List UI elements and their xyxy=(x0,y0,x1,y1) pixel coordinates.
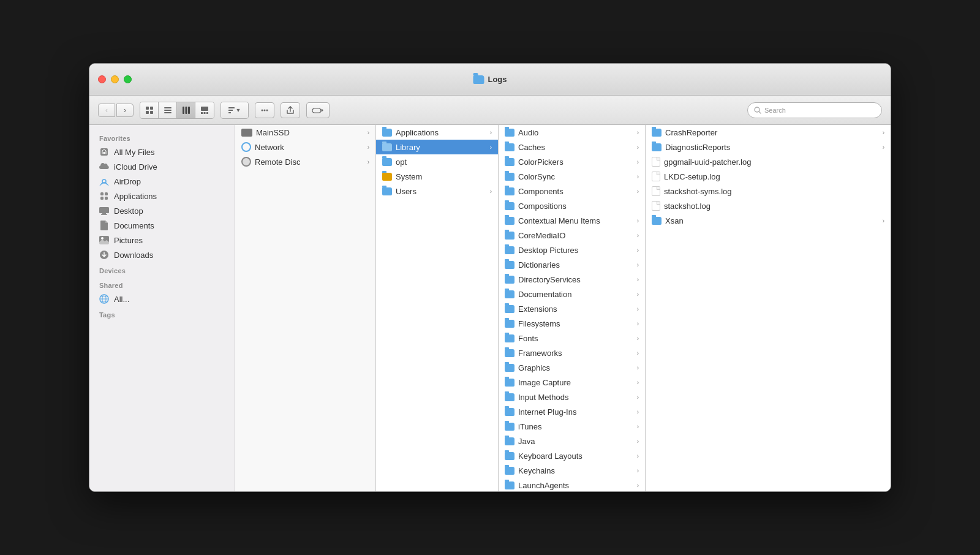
list-view-button[interactable] xyxy=(159,102,177,118)
col3-fonts[interactable]: Fonts › xyxy=(499,331,645,345)
col3-extensions[interactable]: Extensions › xyxy=(499,301,645,316)
col2-library[interactable]: Library › xyxy=(376,140,498,154)
applications-icon xyxy=(99,191,109,201)
col4-lkdc-setup-label: LKDC-setup.log xyxy=(664,172,720,181)
col3-fonts-label: Fonts xyxy=(518,334,538,343)
col4-stackshot-syms[interactable]: stackshot-syms.log xyxy=(646,184,891,198)
col4-diagnostic-reports[interactable]: DiagnosticReports › xyxy=(646,140,891,154)
back-button[interactable]: ‹ xyxy=(98,104,115,117)
folder-icon xyxy=(505,158,514,166)
col3-contextual-menu-items[interactable]: Contextual Menu Items › xyxy=(499,213,645,228)
sidebar-item-airdrop[interactable]: AirDrop xyxy=(89,174,235,189)
col3-frameworks-label: Frameworks xyxy=(518,349,562,358)
folder-icon xyxy=(505,334,514,342)
sidebar-item-icloud-drive[interactable]: iCloud Drive xyxy=(89,159,235,174)
forward-button[interactable]: › xyxy=(116,104,134,117)
downloads-icon xyxy=(99,250,109,260)
col3-audio[interactable]: Audio › xyxy=(499,125,645,140)
cover-flow-button[interactable] xyxy=(195,102,214,118)
col3-dictionaries[interactable]: Dictionaries › xyxy=(499,257,645,272)
sidebar-item-documents[interactable]: Documents xyxy=(89,218,235,233)
folder-icon xyxy=(505,349,514,357)
col3-frameworks[interactable]: Frameworks › xyxy=(499,345,645,360)
chevron-icon: › xyxy=(637,320,639,327)
svg-rect-4 xyxy=(164,107,172,108)
col3-colorsync[interactable]: ColorSync › xyxy=(499,169,645,184)
col1-remote-disc[interactable]: Remote Disc › xyxy=(235,154,375,169)
col3-input-methods-label: Input Methods xyxy=(518,393,568,402)
svg-rect-29 xyxy=(105,197,108,200)
col3-keychains[interactable]: Keychains › xyxy=(499,463,645,478)
chevron-icon: › xyxy=(637,364,639,371)
col3-coremediaio[interactable]: CoreMediaIO › xyxy=(499,228,645,243)
close-button[interactable] xyxy=(98,75,106,83)
col3-keyboard-layouts-label: Keyboard Layouts xyxy=(518,451,582,461)
col3-itunes[interactable]: iTunes › xyxy=(499,419,645,434)
col3-filesystems[interactable]: Filesystems › xyxy=(499,316,645,331)
arrange-dropdown-button[interactable]: ▼ xyxy=(221,102,248,118)
col1-network[interactable]: Network › xyxy=(235,140,375,154)
col3-directoryservices[interactable]: DirectoryServices › xyxy=(499,272,645,287)
col4-stackshot[interactable]: stackshot.log xyxy=(646,198,891,213)
col2-users[interactable]: Users › xyxy=(376,184,498,198)
col3-components[interactable]: Components › xyxy=(499,184,645,198)
col4-lkdc-setup[interactable]: LKDC-setup.log xyxy=(646,169,891,184)
sidebar-item-all-my-files[interactable]: All My Files xyxy=(89,145,235,159)
search-box[interactable]: Search xyxy=(747,102,882,118)
col3-input-methods[interactable]: Input Methods › xyxy=(499,390,645,404)
sidebar-item-desktop[interactable]: Desktop xyxy=(89,203,235,218)
svg-rect-9 xyxy=(188,107,190,114)
col4-xsan[interactable]: Xsan › xyxy=(646,213,891,228)
search-placeholder: Search xyxy=(764,107,786,114)
network-globe-icon xyxy=(99,294,109,304)
sidebar-item-pictures[interactable]: Pictures xyxy=(89,233,235,247)
col2-applications[interactable]: Applications › xyxy=(376,125,498,140)
sidebar-item-applications[interactable]: Applications xyxy=(89,189,235,203)
folder-icon xyxy=(505,364,514,372)
column-1: MainSSD › Network › Remote Disc › xyxy=(235,125,376,491)
col3-image-capture[interactable]: Image Capture › xyxy=(499,375,645,390)
col2-opt[interactable]: opt xyxy=(376,154,498,169)
chevron-icon: › xyxy=(637,335,639,342)
col3-internet-plug-ins[interactable]: Internet Plug-Ins › xyxy=(499,404,645,419)
col4-gpgmail[interactable]: gpgmail-uuid-patcher.log xyxy=(646,154,891,169)
folder-icon xyxy=(505,452,514,460)
icon-view-button[interactable] xyxy=(140,102,159,118)
minimize-button[interactable] xyxy=(111,75,119,83)
col3-keyboard-layouts[interactable]: Keyboard Layouts › xyxy=(499,448,645,463)
action-button[interactable] xyxy=(255,102,274,118)
col3-colorpickers-label: ColorPickers xyxy=(518,157,564,167)
col3-java[interactable]: Java › xyxy=(499,434,645,448)
col1-mainssd[interactable]: MainSSD › xyxy=(235,125,375,140)
sidebar-label-icloud-drive: iCloud Drive xyxy=(114,162,157,172)
sidebar-item-all[interactable]: All... xyxy=(89,292,235,306)
col3-desktop-pictures[interactable]: Desktop Pictures › xyxy=(499,243,645,257)
col3-compositions[interactable]: Compositions xyxy=(499,198,645,213)
label-button[interactable] xyxy=(306,102,330,118)
col3-graphics[interactable]: Graphics › xyxy=(499,360,645,375)
sidebar-item-downloads[interactable]: Downloads xyxy=(89,247,235,262)
col3-caches[interactable]: Caches › xyxy=(499,140,645,154)
svg-rect-0 xyxy=(146,107,149,110)
finder-window: Logs ‹ › xyxy=(89,63,891,492)
col2-opt-label: opt xyxy=(396,157,407,167)
sidebar-label-pictures: Pictures xyxy=(114,236,143,245)
col2-system[interactable]: System xyxy=(376,169,498,184)
window-title: Logs xyxy=(488,75,507,84)
maximize-button[interactable] xyxy=(124,75,132,83)
col3-launchagents[interactable]: LaunchAgents › xyxy=(499,478,645,491)
svg-rect-30 xyxy=(99,207,109,213)
share-button[interactable] xyxy=(281,102,300,118)
col4-crashreporter[interactable]: CrashReporter › xyxy=(646,125,891,140)
col3-caches-label: Caches xyxy=(518,143,545,152)
svg-rect-5 xyxy=(164,110,172,111)
chevron-icon: › xyxy=(637,144,639,151)
file-icon xyxy=(652,157,660,167)
chevron-icon: › xyxy=(637,379,639,386)
cloud-icon xyxy=(99,162,109,172)
col3-colorpickers[interactable]: ColorPickers › xyxy=(499,154,645,169)
col3-documentation[interactable]: Documentation › xyxy=(499,287,645,301)
svg-rect-8 xyxy=(185,107,187,114)
col3-directoryservices-label: DirectoryServices xyxy=(518,275,581,284)
column-view-button[interactable] xyxy=(177,102,195,118)
